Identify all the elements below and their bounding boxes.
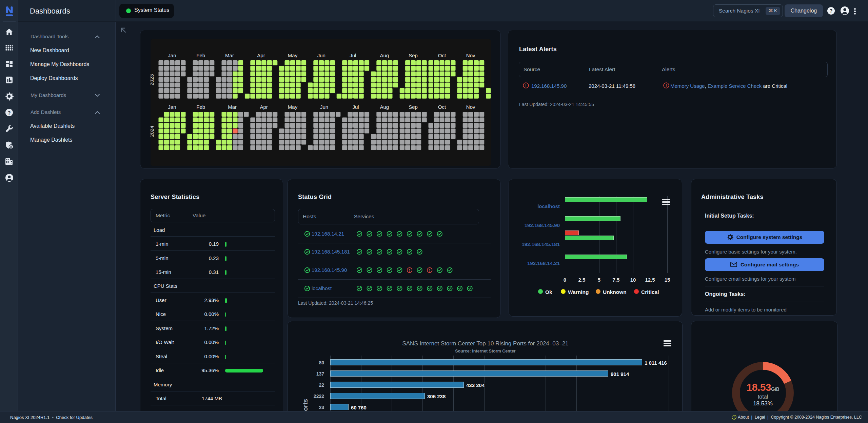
- svg-text:Mar: Mar: [225, 53, 234, 58]
- svg-text:Jun: Jun: [320, 104, 328, 110]
- svg-text:Sep: Sep: [409, 104, 418, 110]
- svg-text:Feb: Feb: [196, 53, 205, 58]
- svg-text:Jul: Jul: [352, 104, 359, 110]
- svg-text:Nov: Nov: [466, 53, 475, 58]
- svg-text:?: ?: [7, 110, 11, 116]
- svg-text:Nov: Nov: [466, 104, 475, 110]
- svg-text:May: May: [288, 53, 298, 58]
- svg-text:Apr: Apr: [257, 53, 265, 58]
- svg-text:2023: 2023: [151, 74, 155, 85]
- svg-text:Jul: Jul: [350, 53, 356, 58]
- svg-text:Jan: Jan: [168, 53, 176, 58]
- svg-text:Oct: Oct: [438, 104, 446, 110]
- svg-text:Apr: Apr: [260, 104, 268, 110]
- svg-text:Mar: Mar: [228, 104, 237, 110]
- svg-text:May: May: [288, 104, 298, 110]
- svg-text:Sep: Sep: [409, 53, 418, 58]
- svg-text:Aug: Aug: [380, 53, 389, 58]
- svg-text:Aug: Aug: [380, 104, 389, 110]
- svg-text:Jan: Jan: [168, 104, 176, 110]
- svg-text:Oct: Oct: [438, 53, 446, 58]
- svg-text:Jun: Jun: [317, 53, 326, 58]
- svg-text:Feb: Feb: [196, 104, 205, 110]
- svg-text:2024: 2024: [151, 126, 155, 137]
